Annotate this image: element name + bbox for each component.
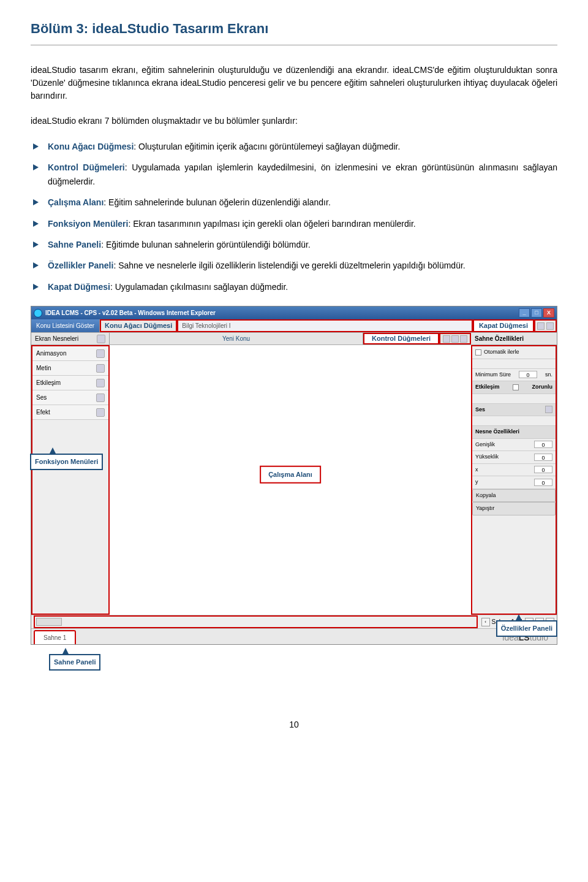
label: Sahne Özellikleri: [475, 334, 524, 343]
scene-strip: [34, 615, 478, 628]
effect-icon: [96, 408, 105, 417]
label: Yeni Konu: [222, 334, 250, 343]
etkilesim-dropdown[interactable]: [472, 394, 556, 404]
ses-dropdown[interactable]: [472, 416, 556, 426]
scene-thumbnail-row: ‹ Sahne 1 / 1 › + ×: [31, 615, 557, 628]
save-icon[interactable]: [443, 335, 450, 343]
sahne-ozellikleri-header: Sahne Özellikleri: [471, 333, 557, 344]
intro-paragraph-2: ideaLStudio ekranı 7 bölümden oluşmaktad…: [31, 115, 557, 127]
sidebar-item-ses[interactable]: Ses: [32, 390, 108, 405]
prev-scene-button[interactable]: ‹: [481, 618, 490, 626]
term: Çalışma Alanı: [48, 197, 104, 207]
term: Kapat Düğmesi: [48, 282, 110, 292]
tabs-row: Sahne 1 ideaLStudio: [31, 628, 557, 644]
list-item: Sahne Paneli: Eğitimde bulunan sahneleri…: [31, 238, 557, 251]
y-row: y0: [472, 476, 556, 489]
list-item: Çalışma Alanı: Eğitim sahnelerinde bulun…: [31, 196, 557, 209]
help-icon[interactable]: [546, 322, 554, 330]
min-sure-input[interactable]: 0: [519, 371, 537, 378]
label: y: [475, 478, 478, 487]
sidebar-item-metin[interactable]: Metin: [32, 361, 108, 376]
genislik-input[interactable]: 0: [534, 441, 552, 448]
preview-icon[interactable]: [451, 335, 459, 343]
yukseklik-input[interactable]: 0: [534, 454, 552, 461]
topic-list-button[interactable]: Konu Listesini Göster: [31, 319, 100, 332]
checkbox[interactable]: [475, 349, 481, 355]
maximize-button[interactable]: □: [531, 308, 542, 317]
intro-paragraph-1: ideaLStudio tasarım ekranı, eğitim sahne…: [31, 64, 557, 102]
zorunlu-checkbox[interactable]: [513, 384, 519, 390]
nesne-header: Nesne Özellikleri: [472, 426, 556, 439]
label: Özellikler Paneli: [501, 625, 552, 632]
kopyala-button[interactable]: Kopyala: [472, 489, 556, 503]
ekran-nesneleri-pane[interactable]: Ekran Nesneleri: [31, 333, 110, 344]
label: Sahne Paneli: [54, 658, 96, 666]
x-input[interactable]: 0: [534, 466, 552, 473]
yeni-konu-field: Yeni Konu: [110, 333, 363, 344]
delete-sound-icon[interactable]: [545, 406, 552, 413]
screenshot-icon[interactable]: [460, 335, 467, 343]
page-number: 10: [31, 718, 557, 731]
arrow-up-icon: [516, 614, 522, 620]
term: Fonksiyon Menüleri: [48, 219, 128, 229]
work-canvas[interactable]: Çalışma Alanı: [110, 345, 471, 615]
y-input[interactable]: 0: [534, 479, 552, 486]
label: Genişlik: [475, 441, 495, 449]
desc: : Ekran tasarımının yapılması için gerek…: [128, 219, 415, 229]
ozellikler-paneli-annot: Özellikler Paneli: [496, 620, 557, 637]
control-buttons: [439, 333, 471, 344]
label: Bilgi Teknolojileri I: [182, 321, 230, 330]
window-title: IDEA LCMS - CPS - v2.02 Beta - Windows I…: [45, 308, 519, 317]
tab-sahne-1[interactable]: Sahne 1: [34, 630, 76, 644]
animation-icon: [96, 349, 105, 358]
label: Etkileşim: [475, 383, 500, 392]
otomatik-ilerle-row[interactable]: Otomatik ilerle: [472, 346, 556, 359]
label: Ses: [36, 393, 47, 402]
list-item: Kontrol Düğmeleri: Uygulamada yapılan iş…: [31, 161, 557, 188]
sidebar-item-etkilesim[interactable]: Etkileşim: [32, 376, 108, 390]
label: Fonksiyon Menüleri: [35, 458, 98, 465]
label: Ekran Nesneleri: [35, 334, 78, 343]
objects-icon: [97, 335, 105, 343]
desc: : Sahne ve nesnelerle ilgili özellikleri…: [113, 260, 465, 270]
function-menu-sidebar: Animasyon Metin Etkileşim Ses Efekt: [31, 345, 110, 615]
close-window-button[interactable]: X: [543, 308, 554, 317]
label: Nesne Özellikleri: [475, 428, 519, 436]
close-app-icon[interactable]: [537, 322, 545, 330]
toolbar-row-2: Ekran Nesneleri Yeni Konu Kontrol Düğmel…: [31, 333, 557, 345]
label: x: [475, 466, 478, 474]
yapistir-button[interactable]: Yapıştır: [472, 502, 556, 515]
desc: : Oluşturulan eğitimin içerik ağacını gö…: [134, 142, 400, 151]
ses-header: Ses: [472, 404, 556, 417]
interaction-icon: [96, 379, 105, 387]
scene-thumbnail[interactable]: [36, 618, 62, 626]
desc: : Uygulamada yapılan işlemlerin kaydedil…: [48, 162, 557, 186]
label: Metin: [36, 363, 51, 373]
genislik-row: Genişlik0: [472, 439, 556, 452]
term: Sahne Paneli: [48, 240, 101, 249]
label: Konu Ağacı Düğmesi: [105, 321, 172, 331]
label: Efekt: [36, 408, 50, 417]
label: Etkileşim: [36, 378, 61, 387]
fonksiyon-annot: Fonksiyon Menüleri: [30, 454, 103, 470]
list-item: Fonksiyon Menüleri: Ekran tasarımının ya…: [31, 217, 557, 230]
window-titlebar: IDEA LCMS - CPS - v2.02 Beta - Windows I…: [31, 306, 557, 319]
feature-list: Konu Ağacı Düğmesi: Oluşturulan eğitimin…: [31, 140, 557, 294]
minimize-button[interactable]: _: [519, 308, 530, 317]
arrow-up-icon: [50, 447, 56, 454]
window-buttons: _ □ X: [519, 308, 554, 317]
section-heading: Bölüm 3: ideaLStudio Tasarım Ekranı: [31, 18, 557, 39]
below-annotations: Sahne Paneli Özellikler Paneli: [31, 645, 557, 694]
unit: sn.: [545, 371, 552, 379]
konu-agaci-callout: Konu Ağacı Düğmesi: [100, 319, 177, 332]
kontrol-callout: Kontrol Düğmeleri: [363, 333, 439, 344]
dropdown-placeholder[interactable]: [472, 359, 556, 369]
list-item: Konu Ağacı Düğmesi: Oluşturulan eğitimin…: [31, 140, 557, 153]
zorunlu-label: Zorunlu: [532, 383, 553, 392]
sidebar-item-efekt[interactable]: Efekt: [32, 405, 108, 420]
term: Özellikler Paneli: [48, 260, 113, 270]
desc: : Eğitim sahnelerinde bulunan öğelerin d…: [104, 197, 330, 207]
term: Kontrol Düğmeleri: [48, 162, 125, 172]
sidebar-item-animasyon[interactable]: Animasyon: [32, 346, 108, 361]
text-icon: [96, 364, 105, 373]
